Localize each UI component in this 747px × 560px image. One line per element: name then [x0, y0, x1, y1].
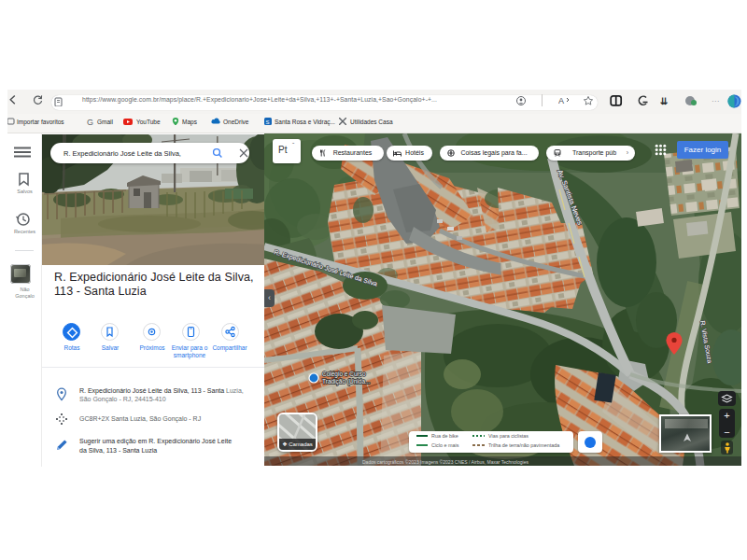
svg-text:G: G — [87, 118, 93, 125]
svg-text:Tradição (Unida...: Tradição (Unida... — [322, 378, 371, 385]
svg-text:A: A — [558, 96, 564, 105]
svg-text:S: S — [266, 119, 270, 125]
svg-text:⇊: ⇊ — [660, 96, 668, 106]
svg-text:Colégio e Curso: Colégio e Curso — [322, 371, 366, 378]
